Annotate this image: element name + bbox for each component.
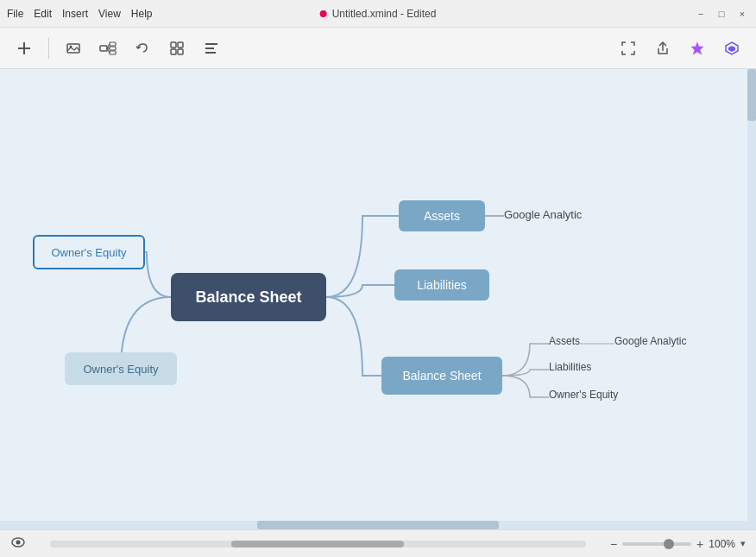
format-button[interactable] xyxy=(198,35,225,62)
zoom-plus-button[interactable]: + xyxy=(696,537,703,551)
svg-rect-4 xyxy=(100,46,107,51)
menu-edit[interactable]: Edit xyxy=(34,8,52,20)
menu-bar: File Edit Insert View Help xyxy=(7,8,153,20)
menu-help[interactable]: Help xyxy=(131,8,153,20)
zoom-controls: − + 100% ▾ xyxy=(610,537,746,551)
zoom-level-label: 100% xyxy=(709,538,735,550)
svg-rect-17 xyxy=(205,52,216,54)
zoom-slider[interactable] xyxy=(622,542,691,546)
add-child-button[interactable] xyxy=(94,35,122,62)
menu-view[interactable]: View xyxy=(98,8,121,20)
connectors-svg xyxy=(0,69,756,529)
svg-rect-16 xyxy=(205,47,214,49)
vertical-scrollbar[interactable] xyxy=(747,69,756,521)
owners-equity-node-2[interactable]: Owner's Equity xyxy=(65,352,177,385)
svg-rect-15 xyxy=(205,43,217,45)
statusbar-scrollbar[interactable] xyxy=(50,541,586,548)
star-button[interactable] xyxy=(684,35,711,62)
menu-insert[interactable]: Insert xyxy=(62,8,88,20)
svg-marker-18 xyxy=(691,42,703,54)
google-analytic-node-2[interactable]: Google Analytic xyxy=(614,335,686,347)
view-icon[interactable] xyxy=(10,536,26,552)
svg-point-24 xyxy=(16,540,21,544)
vertical-scrollbar-thumb[interactable] xyxy=(747,69,756,121)
plugin-button[interactable] xyxy=(718,35,746,62)
window-title: Untitled.xmind - Edited xyxy=(320,8,437,20)
zoom-dropdown-button[interactable]: ▾ xyxy=(740,538,746,549)
modified-dot xyxy=(320,10,327,17)
svg-marker-20 xyxy=(728,46,735,52)
owners-equity-node-1[interactable]: Owner's Equity xyxy=(33,235,145,269)
svg-rect-6 xyxy=(110,47,116,50)
svg-rect-14 xyxy=(178,49,183,54)
assets-sub-node[interactable]: Assets xyxy=(549,335,580,347)
liabilities-node[interactable]: Liabilities xyxy=(394,269,489,301)
zoom-minus-button[interactable]: − xyxy=(610,537,617,551)
svg-rect-11 xyxy=(171,42,176,47)
titlebar: File Edit Insert View Help Untitled.xmin… xyxy=(0,0,756,28)
share-button[interactable] xyxy=(649,35,677,62)
canvas[interactable]: Balance Sheet Assets Google Analytic Lia… xyxy=(0,69,756,529)
titlebar-left: File Edit Insert View Help xyxy=(7,8,153,20)
fullscreen-button[interactable] xyxy=(614,35,642,62)
minimize-button[interactable]: − xyxy=(694,7,708,21)
layout-button[interactable] xyxy=(163,35,191,62)
owner-equity-sub-node[interactable]: Owner's Equity xyxy=(549,389,618,401)
window-controls: − □ × xyxy=(694,7,749,21)
toolbar xyxy=(0,28,756,69)
liabilities-sub-node[interactable]: Liabilities xyxy=(549,361,591,373)
assets-node[interactable]: Assets xyxy=(399,200,485,231)
center-node[interactable]: Balance Sheet xyxy=(171,273,326,321)
zoom-slider-thumb[interactable] xyxy=(664,539,674,549)
undo-button[interactable] xyxy=(129,35,156,62)
svg-rect-7 xyxy=(110,51,116,54)
statusbar-scroll-thumb[interactable] xyxy=(231,541,404,548)
toolbar-right xyxy=(614,35,746,62)
add-topic-button[interactable] xyxy=(10,35,38,62)
insert-image-button[interactable] xyxy=(60,35,87,62)
close-button[interactable]: × xyxy=(735,7,749,21)
google-analytic-node-1[interactable]: Google Analytic xyxy=(504,208,582,221)
menu-file[interactable]: File xyxy=(7,8,23,20)
horizontal-scrollbar[interactable] xyxy=(0,521,756,529)
svg-rect-13 xyxy=(171,49,176,54)
separator-1 xyxy=(48,38,49,59)
svg-rect-1 xyxy=(18,47,30,49)
horizontal-scrollbar-thumb[interactable] xyxy=(257,521,499,529)
svg-rect-12 xyxy=(178,42,183,47)
balance-sheet-sub-node[interactable]: Balance Sheet xyxy=(381,357,502,395)
svg-rect-5 xyxy=(110,42,116,46)
statusbar: − + 100% ▾ xyxy=(0,529,756,557)
maximize-button[interactable]: □ xyxy=(715,7,728,21)
